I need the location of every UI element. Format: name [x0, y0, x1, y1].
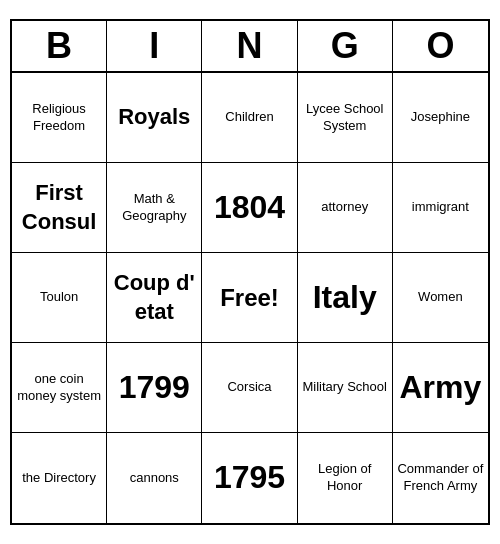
bingo-cell-17[interactable]: Corsica: [202, 343, 297, 433]
bingo-cell-14[interactable]: Women: [393, 253, 488, 343]
bingo-cell-3[interactable]: Lycee School System: [298, 73, 393, 163]
bingo-cell-22[interactable]: 1795: [202, 433, 297, 523]
bingo-cell-20[interactable]: the Directory: [12, 433, 107, 523]
bingo-cell-23[interactable]: Legion of Honor: [298, 433, 393, 523]
bingo-cell-24[interactable]: Commander of French Army: [393, 433, 488, 523]
bingo-cell-13[interactable]: Italy: [298, 253, 393, 343]
bingo-cell-12[interactable]: Free!: [202, 253, 297, 343]
bingo-cell-4[interactable]: Josephine: [393, 73, 488, 163]
bingo-cell-10[interactable]: Toulon: [12, 253, 107, 343]
header-g: G: [298, 21, 393, 71]
bingo-cell-5[interactable]: First Consul: [12, 163, 107, 253]
bingo-cell-8[interactable]: attorney: [298, 163, 393, 253]
bingo-cell-18[interactable]: Military School: [298, 343, 393, 433]
bingo-card: B I N G O Religious FreedomRoyalsChildre…: [10, 19, 490, 525]
bingo-cell-2[interactable]: Children: [202, 73, 297, 163]
bingo-grid: Religious FreedomRoyalsChildrenLycee Sch…: [12, 73, 488, 523]
bingo-cell-11[interactable]: Coup d' etat: [107, 253, 202, 343]
header-o: O: [393, 21, 488, 71]
bingo-cell-1[interactable]: Royals: [107, 73, 202, 163]
bingo-header: B I N G O: [12, 21, 488, 73]
bingo-cell-16[interactable]: 1799: [107, 343, 202, 433]
header-b: B: [12, 21, 107, 71]
bingo-cell-0[interactable]: Religious Freedom: [12, 73, 107, 163]
bingo-cell-21[interactable]: cannons: [107, 433, 202, 523]
bingo-cell-6[interactable]: Math & Geography: [107, 163, 202, 253]
header-i: I: [107, 21, 202, 71]
header-n: N: [202, 21, 297, 71]
bingo-cell-7[interactable]: 1804: [202, 163, 297, 253]
bingo-cell-15[interactable]: one coin money system: [12, 343, 107, 433]
bingo-cell-9[interactable]: immigrant: [393, 163, 488, 253]
bingo-cell-19[interactable]: Army: [393, 343, 488, 433]
